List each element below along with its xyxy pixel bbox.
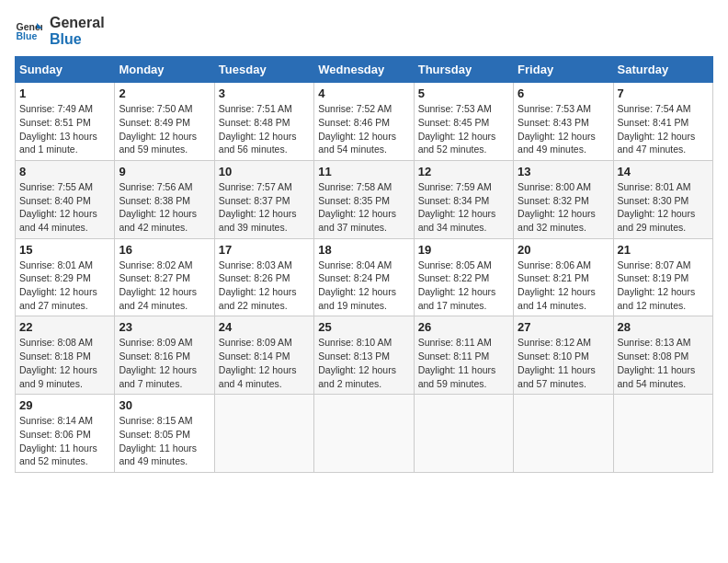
day-number: 15 [19,243,110,257]
day-number: 30 [119,398,210,412]
day-info: Sunrise: 7:59 AM Sunset: 8:34 PM Dayligh… [418,180,509,235]
day-info: Sunrise: 8:00 AM Sunset: 8:32 PM Dayligh… [518,180,609,235]
header-wednesday: Wednesday [314,57,414,83]
day-info: Sunrise: 8:09 AM Sunset: 8:16 PM Dayligh… [119,336,210,390]
day-number: 5 [418,86,509,100]
day-number: 24 [219,320,310,334]
day-number: 2 [119,86,210,100]
day-cell: 20Sunrise: 8:06 AM Sunset: 8:21 PM Dayli… [514,238,613,316]
day-cell: 17Sunrise: 8:03 AM Sunset: 8:26 PM Dayli… [214,238,313,316]
day-number: 1 [19,86,110,100]
day-cell: 7Sunrise: 7:54 AM Sunset: 8:41 PM Daylig… [613,83,712,161]
day-info: Sunrise: 8:01 AM Sunset: 8:29 PM Dayligh… [19,259,110,313]
day-cell: 3Sunrise: 7:51 AM Sunset: 8:48 PM Daylig… [214,83,313,161]
day-info: Sunrise: 7:56 AM Sunset: 8:38 PM Dayligh… [119,180,210,235]
logo-blue: Blue [50,31,105,48]
day-number: 13 [518,165,609,178]
day-number: 9 [119,165,210,178]
day-cell [613,395,712,473]
day-cell: 30Sunrise: 8:15 AM Sunset: 8:05 PM Dayli… [115,395,214,473]
day-number: 18 [318,243,409,257]
day-info: Sunrise: 7:53 AM Sunset: 8:45 PM Dayligh… [418,102,509,156]
day-cell [214,395,313,473]
day-cell: 21Sunrise: 8:07 AM Sunset: 8:19 PM Dayli… [613,238,712,316]
day-info: Sunrise: 8:01 AM Sunset: 8:30 PM Dayligh… [618,180,709,235]
day-cell: 29Sunrise: 8:14 AM Sunset: 8:06 PM Dayli… [16,395,115,473]
week-row-4: 22Sunrise: 8:08 AM Sunset: 8:18 PM Dayli… [16,316,713,395]
day-number: 23 [119,320,210,334]
day-number: 12 [418,165,509,178]
day-cell: 1Sunrise: 7:49 AM Sunset: 8:51 PM Daylig… [16,83,115,161]
logo-general: General [50,15,105,31]
day-info: Sunrise: 8:09 AM Sunset: 8:14 PM Dayligh… [219,336,310,390]
week-row-1: 1Sunrise: 7:49 AM Sunset: 8:51 PM Daylig… [16,83,713,161]
day-info: Sunrise: 8:15 AM Sunset: 8:05 PM Dayligh… [119,414,210,468]
logo: General Blue General Blue [15,15,105,47]
day-cell: 12Sunrise: 7:59 AM Sunset: 8:34 PM Dayli… [414,160,513,238]
day-number: 6 [518,86,609,100]
day-info: Sunrise: 7:51 AM Sunset: 8:48 PM Dayligh… [219,102,310,156]
day-number: 3 [219,86,310,100]
day-number: 7 [618,86,709,100]
day-info: Sunrise: 8:10 AM Sunset: 8:13 PM Dayligh… [318,336,409,390]
day-number: 22 [19,320,110,334]
day-info: Sunrise: 7:58 AM Sunset: 8:35 PM Dayligh… [318,180,409,235]
day-cell: 4Sunrise: 7:52 AM Sunset: 8:46 PM Daylig… [314,83,414,161]
day-info: Sunrise: 8:12 AM Sunset: 8:10 PM Dayligh… [518,336,609,390]
day-cell: 8Sunrise: 7:55 AM Sunset: 8:40 PM Daylig… [16,160,115,238]
day-number: 19 [418,243,509,257]
day-number: 21 [618,243,709,257]
day-cell [314,395,414,473]
day-info: Sunrise: 8:14 AM Sunset: 8:06 PM Dayligh… [19,414,110,468]
week-row-5: 29Sunrise: 8:14 AM Sunset: 8:06 PM Dayli… [16,395,713,473]
day-info: Sunrise: 8:06 AM Sunset: 8:21 PM Dayligh… [518,259,609,313]
page-header: General Blue General Blue [15,15,713,47]
day-number: 8 [19,165,110,178]
day-cell: 2Sunrise: 7:50 AM Sunset: 8:49 PM Daylig… [115,83,214,161]
day-cell: 16Sunrise: 8:02 AM Sunset: 8:27 PM Dayli… [115,238,214,316]
day-info: Sunrise: 7:55 AM Sunset: 8:40 PM Dayligh… [19,180,110,235]
header-sunday: Sunday [16,57,115,83]
day-number: 20 [518,243,609,257]
calendar-header-row: SundayMondayTuesdayWednesdayThursdayFrid… [16,57,713,83]
day-number: 14 [618,165,709,178]
day-number: 28 [618,320,709,334]
day-cell: 24Sunrise: 8:09 AM Sunset: 8:14 PM Dayli… [214,316,313,395]
day-cell: 23Sunrise: 8:09 AM Sunset: 8:16 PM Dayli… [115,316,214,395]
day-cell: 22Sunrise: 8:08 AM Sunset: 8:18 PM Dayli… [16,316,115,395]
week-row-3: 15Sunrise: 8:01 AM Sunset: 8:29 PM Dayli… [16,238,713,316]
calendar-table: SundayMondayTuesdayWednesdayThursdayFrid… [15,56,713,473]
svg-text:Blue: Blue [17,30,38,41]
day-cell: 27Sunrise: 8:12 AM Sunset: 8:10 PM Dayli… [514,316,613,395]
day-info: Sunrise: 7:49 AM Sunset: 8:51 PM Dayligh… [19,102,110,156]
day-cell: 19Sunrise: 8:05 AM Sunset: 8:22 PM Dayli… [414,238,513,316]
day-cell: 15Sunrise: 8:01 AM Sunset: 8:29 PM Dayli… [16,238,115,316]
day-cell: 26Sunrise: 8:11 AM Sunset: 8:11 PM Dayli… [414,316,513,395]
day-info: Sunrise: 8:04 AM Sunset: 8:24 PM Dayligh… [318,259,409,313]
day-cell: 5Sunrise: 7:53 AM Sunset: 8:45 PM Daylig… [414,83,513,161]
day-number: 25 [318,320,409,334]
day-info: Sunrise: 8:02 AM Sunset: 8:27 PM Dayligh… [119,259,210,313]
day-number: 29 [19,398,110,412]
day-number: 10 [219,165,310,178]
header-tuesday: Tuesday [214,57,313,83]
header-friday: Friday [514,57,613,83]
day-number: 16 [119,243,210,257]
day-cell: 10Sunrise: 7:57 AM Sunset: 8:37 PM Dayli… [214,160,313,238]
day-cell: 14Sunrise: 8:01 AM Sunset: 8:30 PM Dayli… [613,160,712,238]
day-cell: 28Sunrise: 8:13 AM Sunset: 8:08 PM Dayli… [613,316,712,395]
day-number: 11 [318,165,409,178]
header-thursday: Thursday [414,57,513,83]
day-number: 26 [418,320,509,334]
day-cell [414,395,513,473]
day-cell: 25Sunrise: 8:10 AM Sunset: 8:13 PM Dayli… [314,316,414,395]
day-cell: 9Sunrise: 7:56 AM Sunset: 8:38 PM Daylig… [115,160,214,238]
day-info: Sunrise: 7:52 AM Sunset: 8:46 PM Dayligh… [318,102,409,156]
day-info: Sunrise: 7:54 AM Sunset: 8:41 PM Dayligh… [618,102,709,156]
day-number: 27 [518,320,609,334]
day-info: Sunrise: 8:05 AM Sunset: 8:22 PM Dayligh… [418,259,509,313]
day-info: Sunrise: 8:11 AM Sunset: 8:11 PM Dayligh… [418,336,509,390]
day-number: 17 [219,243,310,257]
day-info: Sunrise: 8:07 AM Sunset: 8:19 PM Dayligh… [618,259,709,313]
day-info: Sunrise: 8:13 AM Sunset: 8:08 PM Dayligh… [618,336,709,390]
